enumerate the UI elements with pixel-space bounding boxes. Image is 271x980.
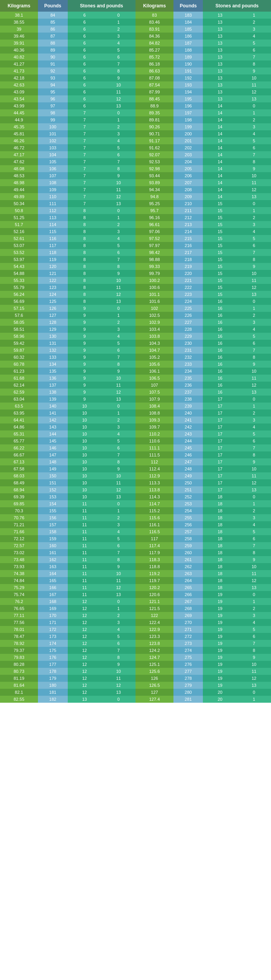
table-cell: 111.5 (136, 451, 173, 458)
table-cell: 17 (203, 444, 237, 451)
table-cell: 39.91 (0, 40, 38, 47)
table-cell: 102.5 (136, 312, 173, 319)
table-cell: 72.57 (0, 542, 38, 549)
table-cell: 12 (68, 654, 102, 661)
table-cell: 208 (173, 186, 203, 193)
table-cell: 121.1 (136, 598, 173, 605)
table-cell: 126 (38, 305, 67, 312)
table-cell: 17 (203, 417, 237, 423)
table-cell: 60.32 (0, 354, 38, 361)
table-cell: 256 (173, 521, 203, 528)
table-cell: 76.2 (0, 598, 38, 605)
table-cell: 11 (237, 668, 271, 675)
table-cell: 249 (173, 472, 203, 479)
table-cell: 81.19 (0, 675, 38, 682)
table-cell: 11 (101, 577, 136, 584)
table-cell: 14 (203, 158, 237, 165)
table-cell: 15 (203, 221, 237, 228)
table-cell: 6 (101, 640, 136, 647)
table-cell: 17 (203, 479, 237, 486)
table-cell: 13 (237, 193, 271, 200)
table-cell: 14 (203, 165, 237, 172)
table-cell: 3 (101, 326, 136, 333)
table-cell: 5 (101, 144, 136, 151)
table-cell: 2 (101, 221, 136, 228)
table-cell: 19 (203, 661, 237, 668)
table-cell: 10 (237, 74, 271, 81)
table-cell: 1 (101, 19, 136, 26)
table-cell: 6 (68, 54, 102, 60)
table-cell: 118.3 (136, 556, 173, 563)
table-cell: 9 (101, 563, 136, 570)
table-cell: 77.11 (0, 612, 38, 619)
table-cell: 58.51 (0, 326, 38, 333)
table-cell: 12 (101, 291, 136, 298)
table-cell: 114.3 (136, 493, 173, 500)
table-cell: 273 (173, 640, 203, 647)
table-cell: 92.53 (136, 158, 173, 165)
table-cell: 18 (203, 500, 237, 507)
table-cell: 40.36 (0, 47, 38, 54)
table-cell: 67.58 (0, 465, 38, 472)
table-cell: 17 (203, 396, 237, 403)
table-cell: 9 (237, 556, 271, 563)
table-cell: 11 (237, 570, 271, 577)
table-cell: 117 (136, 535, 173, 542)
table-cell: 92.07 (136, 151, 173, 158)
table-cell: 7 (68, 137, 102, 144)
table-cell: 68.49 (0, 479, 38, 486)
table-cell: 10 (68, 458, 102, 465)
table-cell: 11 (68, 577, 102, 584)
table-cell: 19 (203, 598, 237, 605)
table-cell: 113.3 (136, 479, 173, 486)
table-cell: 186 (173, 33, 203, 40)
table-cell: 7 (68, 116, 102, 123)
header-lbs-left: Pounds (38, 0, 67, 12)
table-cell: 172 (38, 626, 67, 633)
table-cell: 13 (203, 95, 237, 102)
table-cell: 15 (203, 200, 237, 207)
header-st-left: Stones and pounds (68, 0, 136, 12)
table-cell: 5 (101, 340, 136, 347)
table-cell: 14 (203, 193, 237, 200)
table-cell: 57.15 (0, 305, 38, 312)
table-cell: 1 (101, 410, 136, 417)
table-cell: 198 (173, 116, 203, 123)
table-cell: 202 (173, 144, 203, 151)
table-cell: 12 (101, 486, 136, 493)
table-cell: 174 (38, 640, 67, 647)
table-cell: 4 (237, 33, 271, 40)
table-cell: 43.99 (0, 102, 38, 109)
table-cell: 11 (68, 549, 102, 556)
table-cell: 113.8 (136, 486, 173, 493)
table-cell: 10 (237, 368, 271, 375)
table-cell: 0 (101, 12, 136, 19)
table-cell: 8 (237, 451, 271, 458)
table-cell: 230 (173, 340, 203, 347)
table-cell: 6 (68, 74, 102, 81)
header-kg-left: Kilograms (0, 0, 38, 12)
table-cell: 13 (237, 584, 271, 591)
table-cell: 50.34 (0, 200, 38, 207)
table-cell: 6 (101, 151, 136, 158)
table-cell: 6 (68, 26, 102, 33)
table-cell: 212 (173, 214, 203, 221)
table-cell: 14 (203, 130, 237, 137)
table-cell: 96.61 (136, 221, 173, 228)
table-cell: 85.72 (136, 54, 173, 60)
table-cell: 176 (38, 654, 67, 661)
table-cell: 67.13 (0, 458, 38, 465)
table-cell: 17 (203, 403, 237, 410)
table-cell: 88.9 (136, 102, 173, 109)
table-cell: 66.22 (0, 444, 38, 451)
table-cell: 16 (203, 389, 237, 396)
table-cell: 13 (203, 81, 237, 88)
table-cell: 10 (68, 451, 102, 458)
table-cell: 0 (101, 598, 136, 605)
table-cell: 44.9 (0, 116, 38, 123)
table-cell: 0 (237, 689, 271, 696)
table-cell: 126.5 (136, 682, 173, 689)
table-cell: 56.69 (0, 298, 38, 305)
table-cell: 87.99 (136, 88, 173, 95)
table-cell: 116 (38, 235, 67, 242)
